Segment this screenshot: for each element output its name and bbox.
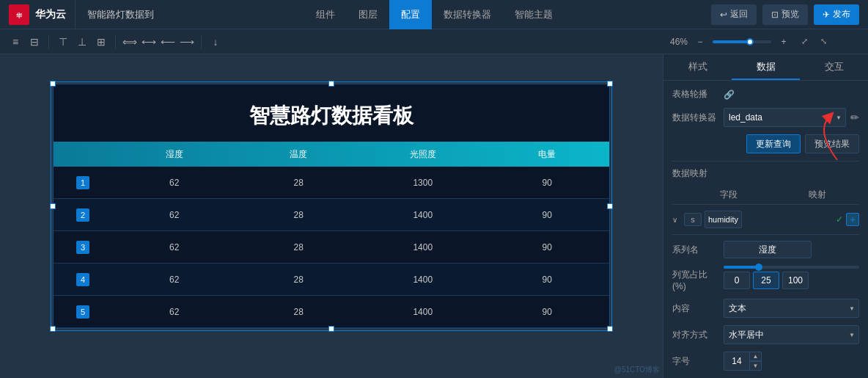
return-button[interactable]: ↩ 返回 xyxy=(711,4,757,25)
check-icon: ✓ xyxy=(836,214,843,225)
tab-smart-theme[interactable]: 智能主题 xyxy=(503,0,564,29)
tab-layers[interactable]: 图层 xyxy=(347,0,389,29)
carousel-row: 表格轮播 🔗 xyxy=(672,88,859,101)
page-title: 智能路灯数据到 xyxy=(76,8,166,21)
col-width-max-input[interactable] xyxy=(782,272,809,289)
table-header: 湿度 温度 光照度 电量 xyxy=(54,142,609,167)
tab-config[interactable]: 配置 xyxy=(389,0,432,29)
tab-components[interactable]: 组件 xyxy=(304,0,347,29)
table-row: 4 62 28 1400 90 xyxy=(54,263,609,296)
toolbar-align-left[interactable]: ≡ xyxy=(7,34,23,50)
toolbar-align-middle[interactable]: ⊥ xyxy=(74,34,90,50)
header-temperature: 温度 xyxy=(237,148,361,161)
cell-id: 1 xyxy=(54,176,112,189)
toolbar-flip-v[interactable]: ⟶ xyxy=(179,34,195,50)
toolbar-separator-1 xyxy=(48,35,49,48)
handle-middle-right[interactable] xyxy=(607,203,613,209)
handle-middle-left[interactable] xyxy=(50,203,56,209)
widget-container[interactable]: 智慧路灯数据看板 湿度 温度 光照度 电量 1 62 28 1300 90 xyxy=(53,84,610,329)
slider-thumb[interactable] xyxy=(755,263,762,271)
handle-bottom-left[interactable] xyxy=(50,326,56,332)
cell-humidity: 62 xyxy=(112,307,237,317)
handle-bottom-right[interactable] xyxy=(607,326,613,332)
handle-top-right[interactable] xyxy=(607,81,613,87)
series-name-input[interactable] xyxy=(724,241,812,258)
tab-data-converter[interactable]: 数据转换器 xyxy=(432,0,503,29)
fullscreen-icon[interactable]: ⤡ xyxy=(815,34,831,50)
data-converter-select-wrapper: led_data xyxy=(724,108,846,127)
cell-id: 4 xyxy=(54,273,112,286)
widget-title-area: 智慧路灯数据看板 xyxy=(54,84,609,142)
expand-icon[interactable]: ∨ xyxy=(672,216,681,224)
carousel-link-icon[interactable]: 🔗 xyxy=(724,90,735,100)
handle-bottom-middle[interactable] xyxy=(328,326,334,332)
handle-top-left[interactable] xyxy=(50,81,56,87)
toolbar-distribute-v[interactable]: ⟷ xyxy=(141,34,157,50)
fit-screen-icon[interactable]: ⤢ xyxy=(796,34,812,50)
data-converter-label: 数据转换器 xyxy=(672,112,719,124)
cell-id: 5 xyxy=(54,305,112,319)
zoom-out-icon[interactable]: − xyxy=(692,34,708,50)
toolbar-separator-3 xyxy=(201,35,202,48)
preview-result-button[interactable]: 预览结果 xyxy=(805,134,859,153)
cell-power: 90 xyxy=(485,178,610,188)
tab-data[interactable]: 数据 xyxy=(732,54,800,80)
update-query-button[interactable]: 更新查询 xyxy=(746,134,801,153)
return-icon: ↩ xyxy=(720,10,727,20)
preview-button[interactable]: ⊡ 预览 xyxy=(762,4,808,25)
canvas-area[interactable]: 智慧路灯数据看板 湿度 温度 光照度 电量 1 62 28 1300 90 xyxy=(0,54,663,378)
col-width-label: 列宽占比 (%) xyxy=(672,266,719,291)
header-power: 电量 xyxy=(485,148,610,161)
mapping-select[interactable]: humidity xyxy=(705,211,742,228)
edit-icon[interactable]: ✏ xyxy=(850,112,859,123)
align-select[interactable]: 水平居中 xyxy=(724,325,859,344)
col-width-inputs xyxy=(724,272,859,289)
toolbar-flip[interactable]: ⟵ xyxy=(160,34,176,50)
svg-text:华: 华 xyxy=(15,12,23,19)
action-buttons-row: 更新查询 预览结果 xyxy=(672,134,859,153)
toolbar-distribute-h[interactable]: ⟺ xyxy=(122,34,138,50)
font-size-input[interactable] xyxy=(724,352,750,371)
zoom-level: 46% xyxy=(670,37,688,47)
cell-temperature: 28 xyxy=(237,242,361,252)
handle-top-middle[interactable] xyxy=(328,81,334,87)
font-size-up[interactable]: ▲ xyxy=(750,352,762,361)
toolbar-align-top[interactable]: ⊤ xyxy=(55,34,71,50)
cell-id: 2 xyxy=(54,208,112,222)
slider-track[interactable] xyxy=(724,266,859,269)
data-converter-select[interactable]: led_data xyxy=(724,108,846,127)
zoom-in-icon[interactable]: + xyxy=(776,34,792,50)
mapping-col-header: 映射 xyxy=(776,189,860,201)
toolbar-align-center-h[interactable]: ⊟ xyxy=(26,34,43,50)
tab-interact[interactable]: 交互 xyxy=(800,54,868,80)
font-size-stepper: ▲ ▼ xyxy=(750,352,762,371)
cell-temperature: 28 xyxy=(237,275,361,285)
tab-style[interactable]: 样式 xyxy=(663,54,732,80)
logo-text: 华为云 xyxy=(35,8,66,21)
font-size-label: 字号 xyxy=(672,355,719,368)
align-row: 对齐方式 水平居中 xyxy=(672,325,859,344)
font-size-down[interactable]: ▼ xyxy=(750,361,762,371)
cell-humidity: 62 xyxy=(112,242,237,252)
content-select[interactable]: 文本 xyxy=(724,299,859,318)
cell-light: 1400 xyxy=(361,210,485,220)
nav-tabs: 组件 图层 配置 数据转换器 智能主题 xyxy=(166,0,702,29)
data-mapping-title: 数据映射 xyxy=(672,167,859,180)
add-mapping-button[interactable]: + xyxy=(846,213,859,226)
font-size-row: 字号 ▲ ▼ xyxy=(672,352,859,371)
cell-temperature: 28 xyxy=(237,307,361,317)
cell-humidity: 62 xyxy=(112,178,237,188)
cell-temperature: 28 xyxy=(237,178,361,188)
divider-1 xyxy=(672,161,859,161)
divider-2 xyxy=(672,234,859,235)
zoom-slider[interactable] xyxy=(713,40,771,43)
publish-icon: ✈ xyxy=(823,10,830,20)
content-select-wrapper: 文本 xyxy=(724,299,859,318)
publish-button[interactable]: ✈ 发布 xyxy=(814,4,859,25)
col-width-value-input[interactable] xyxy=(753,272,779,289)
toolbar: ≡ ⊟ ⊤ ⊥ ⊞ ⟺ ⟷ ⟵ ⟶ ↓ 46% − + ⤢ ⤡ xyxy=(0,29,868,54)
toolbar-download[interactable]: ↓ xyxy=(207,34,224,50)
zoom-slider-thumb[interactable] xyxy=(746,38,754,46)
col-width-min-input[interactable] xyxy=(724,272,750,289)
toolbar-align-bottom[interactable]: ⊞ xyxy=(93,34,109,50)
